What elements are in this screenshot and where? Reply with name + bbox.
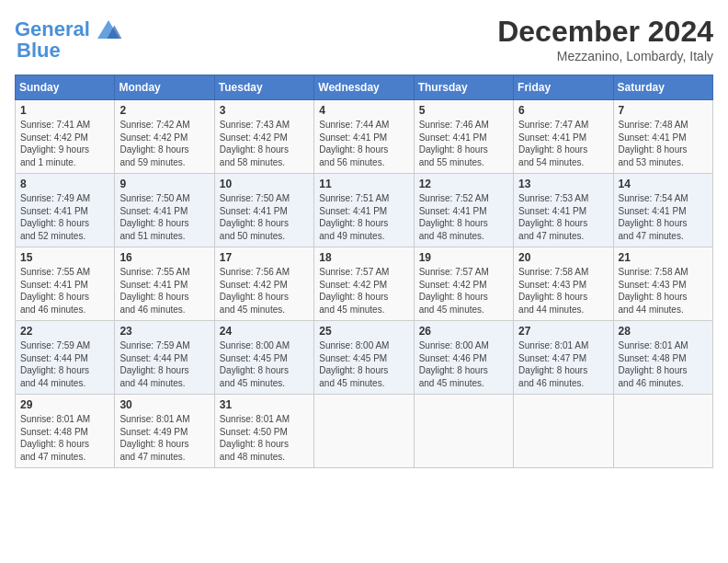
cell-info: Sunrise: 7:43 AMSunset: 4:42 PMDaylight:… [220, 119, 309, 168]
day-number: 31 [220, 398, 309, 411]
weekday-header-wednesday: Wednesday [314, 75, 414, 100]
day-number: 15 [20, 251, 109, 264]
day-number: 22 [20, 325, 109, 338]
cell-info: Sunrise: 7:57 AMSunset: 4:42 PMDaylight:… [419, 266, 508, 316]
calendar-cell: 22Sunrise: 7:59 AMSunset: 4:44 PMDayligh… [16, 321, 115, 395]
day-number: 26 [419, 325, 508, 338]
calendar-cell: 12Sunrise: 7:52 AMSunset: 4:41 PMDayligh… [414, 174, 513, 247]
cell-info: Sunrise: 7:55 AMSunset: 4:41 PMDaylight:… [119, 266, 209, 316]
day-number: 6 [518, 104, 608, 117]
day-number: 2 [119, 104, 209, 117]
cell-info: Sunrise: 7:58 AMSunset: 4:43 PMDaylight:… [518, 266, 608, 316]
day-number: 19 [419, 251, 508, 264]
cell-info: Sunrise: 8:00 AMSunset: 4:45 PMDaylight:… [220, 339, 309, 389]
weekday-header-monday: Monday [115, 75, 214, 100]
calendar-cell: 30Sunrise: 8:01 AMSunset: 4:49 PMDayligh… [115, 395, 214, 468]
title-block: December 2024 Mezzanino, Lombardy, Italy [497, 15, 713, 63]
location: Mezzanino, Lombardy, Italy [497, 49, 713, 63]
day-number: 20 [518, 251, 608, 264]
calendar-week-2: 8Sunrise: 7:49 AMSunset: 4:41 PMDaylight… [16, 174, 713, 247]
calendar-cell: 8Sunrise: 7:49 AMSunset: 4:41 PMDaylight… [16, 174, 115, 247]
calendar-cell: 20Sunrise: 7:58 AMSunset: 4:43 PMDayligh… [514, 247, 613, 321]
day-number: 23 [119, 325, 209, 338]
calendar-cell: 3Sunrise: 7:43 AMSunset: 4:42 PMDaylight… [214, 100, 313, 174]
cell-info: Sunrise: 7:48 AMSunset: 4:41 PMDaylight:… [619, 119, 708, 168]
calendar-header: SundayMondayTuesdayWednesdayThursdayFrid… [16, 75, 713, 100]
cell-info: Sunrise: 7:52 AMSunset: 4:41 PMDaylight:… [419, 192, 508, 242]
calendar-cell [414, 395, 513, 468]
day-number: 10 [220, 178, 309, 190]
day-number: 16 [119, 251, 209, 264]
weekday-header-sunday: Sunday [16, 75, 115, 100]
day-number: 18 [319, 251, 408, 264]
calendar-cell: 29Sunrise: 8:01 AMSunset: 4:48 PMDayligh… [16, 395, 115, 468]
calendar-cell: 13Sunrise: 7:53 AMSunset: 4:41 PMDayligh… [514, 174, 613, 247]
calendar-cell: 14Sunrise: 7:54 AMSunset: 4:41 PMDayligh… [613, 174, 712, 247]
cell-info: Sunrise: 7:41 AMSunset: 4:42 PMDaylight:… [20, 119, 109, 168]
cell-info: Sunrise: 7:56 AMSunset: 4:42 PMDaylight:… [220, 266, 309, 316]
day-number: 27 [518, 325, 608, 338]
weekday-header-friday: Friday [514, 75, 613, 100]
day-number: 13 [518, 178, 608, 190]
cell-info: Sunrise: 7:47 AMSunset: 4:41 PMDaylight:… [518, 119, 608, 168]
cell-info: Sunrise: 7:57 AMSunset: 4:42 PMDaylight:… [319, 266, 408, 316]
cell-info: Sunrise: 7:42 AMSunset: 4:42 PMDaylight:… [119, 119, 209, 168]
day-number: 5 [419, 104, 508, 117]
cell-info: Sunrise: 8:01 AMSunset: 4:48 PMDaylight:… [619, 339, 708, 389]
logo: General Blue [15, 15, 123, 63]
calendar-cell: 17Sunrise: 7:56 AMSunset: 4:42 PMDayligh… [214, 247, 313, 321]
calendar-cell: 23Sunrise: 7:59 AMSunset: 4:44 PMDayligh… [115, 321, 214, 395]
calendar-cell: 27Sunrise: 8:01 AMSunset: 4:47 PMDayligh… [514, 321, 613, 395]
day-number: 3 [220, 104, 309, 117]
calendar-cell: 1Sunrise: 7:41 AMSunset: 4:42 PMDaylight… [16, 100, 115, 174]
calendar-cell: 9Sunrise: 7:50 AMSunset: 4:41 PMDaylight… [115, 174, 214, 247]
day-number: 30 [119, 398, 209, 411]
calendar-cell: 28Sunrise: 8:01 AMSunset: 4:48 PMDayligh… [613, 321, 712, 395]
cell-info: Sunrise: 7:54 AMSunset: 4:41 PMDaylight:… [619, 192, 708, 242]
calendar-cell: 18Sunrise: 7:57 AMSunset: 4:42 PMDayligh… [314, 247, 414, 321]
cell-info: Sunrise: 7:50 AMSunset: 4:41 PMDaylight:… [220, 192, 309, 242]
cell-info: Sunrise: 7:55 AMSunset: 4:41 PMDaylight:… [20, 266, 109, 316]
cell-info: Sunrise: 8:01 AMSunset: 4:48 PMDaylight:… [20, 413, 109, 463]
day-number: 24 [220, 325, 309, 338]
day-number: 4 [319, 104, 408, 117]
weekday-header-thursday: Thursday [414, 75, 513, 100]
day-number: 14 [619, 178, 708, 190]
cell-info: Sunrise: 8:00 AMSunset: 4:46 PMDaylight:… [419, 339, 508, 389]
cell-info: Sunrise: 7:59 AMSunset: 4:44 PMDaylight:… [119, 339, 209, 389]
calendar-cell: 21Sunrise: 7:58 AMSunset: 4:43 PMDayligh… [613, 247, 712, 321]
calendar-cell: 19Sunrise: 7:57 AMSunset: 4:42 PMDayligh… [414, 247, 513, 321]
calendar-cell: 6Sunrise: 7:47 AMSunset: 4:41 PMDaylight… [514, 100, 613, 174]
calendar-cell: 25Sunrise: 8:00 AMSunset: 4:45 PMDayligh… [314, 321, 414, 395]
calendar-cell: 4Sunrise: 7:44 AMSunset: 4:41 PMDaylight… [314, 100, 414, 174]
calendar-week-3: 15Sunrise: 7:55 AMSunset: 4:41 PMDayligh… [16, 247, 713, 321]
calendar-week-5: 29Sunrise: 8:01 AMSunset: 4:48 PMDayligh… [16, 395, 713, 468]
calendar-cell [314, 395, 414, 468]
cell-info: Sunrise: 7:58 AMSunset: 4:43 PMDaylight:… [619, 266, 708, 316]
cell-info: Sunrise: 8:01 AMSunset: 4:50 PMDaylight:… [220, 413, 309, 463]
cell-info: Sunrise: 7:50 AMSunset: 4:41 PMDaylight:… [119, 192, 209, 242]
day-number: 1 [20, 104, 109, 117]
calendar-cell: 11Sunrise: 7:51 AMSunset: 4:41 PMDayligh… [314, 174, 414, 247]
day-number: 8 [20, 178, 109, 190]
logo-icon [94, 15, 123, 44]
weekday-header-tuesday: Tuesday [214, 75, 313, 100]
day-number: 11 [319, 178, 408, 190]
page-header: General Blue December 2024 Mezzanino, Lo… [15, 15, 713, 63]
cell-info: Sunrise: 7:59 AMSunset: 4:44 PMDaylight:… [20, 339, 109, 389]
weekday-header-saturday: Saturday [613, 75, 712, 100]
day-number: 28 [619, 325, 708, 338]
cell-info: Sunrise: 8:01 AMSunset: 4:49 PMDaylight:… [119, 413, 209, 463]
calendar-cell: 10Sunrise: 7:50 AMSunset: 4:41 PMDayligh… [214, 174, 313, 247]
cell-info: Sunrise: 7:51 AMSunset: 4:41 PMDaylight:… [319, 192, 408, 242]
logo-text: General [15, 18, 90, 40]
day-number: 12 [419, 178, 508, 190]
calendar-cell: 26Sunrise: 8:00 AMSunset: 4:46 PMDayligh… [414, 321, 513, 395]
calendar-cell [514, 395, 613, 468]
calendar-cell [613, 395, 712, 468]
calendar-table: SundayMondayTuesdayWednesdayThursdayFrid… [15, 75, 713, 468]
cell-info: Sunrise: 8:00 AMSunset: 4:45 PMDaylight:… [319, 339, 408, 389]
month-title: December 2024 [497, 15, 713, 49]
cell-info: Sunrise: 7:46 AMSunset: 4:41 PMDaylight:… [419, 119, 508, 168]
day-number: 17 [220, 251, 309, 264]
